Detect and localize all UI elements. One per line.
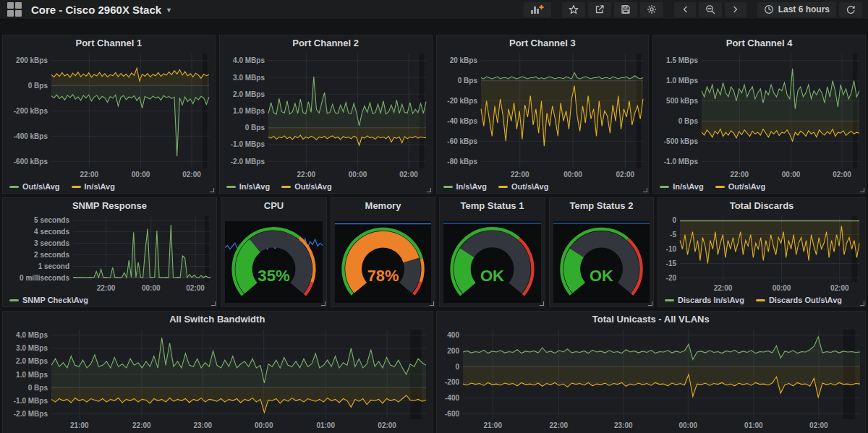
legend: Discards In/s\AvgDiscards Out/s\Avg <box>658 293 865 306</box>
legend-item[interactable]: In/s\Avg <box>660 182 703 191</box>
chart-canvas[interactable]: 22:0000:0002:004.0 MBps3.0 MBps2.0 MBps1… <box>220 51 432 180</box>
time-back-button[interactable] <box>674 2 696 17</box>
svg-text:02:00: 02:00 <box>809 421 828 429</box>
chart-area[interactable]: 22:0000:0002:00200 kBps0 Bps-200 kBps-40… <box>3 51 215 193</box>
legend-item[interactable]: In/s\Avg <box>443 182 487 191</box>
panel-total-unicasts: Total Unicasts - All VLANs 21:0022:0023:… <box>436 311 867 433</box>
svg-text:1 second: 1 second <box>38 262 69 270</box>
svg-text:22:00: 22:00 <box>714 284 733 292</box>
svg-text:22:00: 22:00 <box>97 284 116 292</box>
panel-title[interactable]: SNMP Response <box>3 198 216 214</box>
settings-button[interactable] <box>640 2 663 17</box>
chart-canvas[interactable]: 22:0000:0002:00200 kBps0 Bps-200 kBps-40… <box>3 51 215 180</box>
legend-item[interactable]: Out/s\Avg <box>9 182 60 191</box>
chart-canvas[interactable]: 22:0000:0002:001.5 MBps1.0 MBps500 kBps0… <box>653 51 865 180</box>
svg-text:4.0 MBps: 4.0 MBps <box>233 56 265 64</box>
legend-label: Out/s\Avg <box>511 182 549 191</box>
svg-text:400: 400 <box>447 331 459 339</box>
legend-item[interactable]: In/s\Avg <box>72 182 115 191</box>
resize-handle[interactable] <box>860 188 864 192</box>
panel-title[interactable]: Port Channel 1 <box>3 35 215 51</box>
panel-cpu: CPU 35% <box>221 197 327 307</box>
panel-title[interactable]: Port Channel 3 <box>437 35 649 51</box>
chart-area[interactable]: 21:0022:0023:0000:0001:0002:004002000-20… <box>437 327 866 433</box>
legend-swatch-icon <box>226 186 236 188</box>
legend-item[interactable]: Discards In/s\Avg <box>665 296 744 304</box>
navbar-right: Last 6 hours <box>524 2 868 17</box>
chart-area[interactable]: 22:0000:0002:000-5-10-15-20Discards In/s… <box>658 214 865 306</box>
panel-title[interactable]: Port Channel 4 <box>653 35 865 51</box>
legend-item[interactable]: Out/s\Avg <box>498 182 549 191</box>
dashboard-title-dropdown[interactable]: Core - Cisco 2960X Stack ▾ <box>31 4 171 16</box>
panel-title[interactable]: CPU <box>221 198 326 214</box>
logo-square <box>7 10 14 17</box>
chart-canvas[interactable]: 21:0022:0023:0000:0001:0002:004.0 MBps3.… <box>3 327 432 431</box>
legend-label: Out/s\Avg <box>22 182 60 191</box>
svg-text:2.0 MBps: 2.0 MBps <box>16 357 48 365</box>
legend-item[interactable]: Out/s\Avg <box>715 182 766 191</box>
chart-area[interactable]: 22:0000:0002:005 seconds4 seconds3 secon… <box>3 214 216 306</box>
legend-swatch-icon <box>9 299 19 301</box>
panel-title[interactable]: Total Discards <box>658 198 865 214</box>
logo-square <box>15 2 22 9</box>
legend-swatch-icon <box>281 186 291 188</box>
legend-swatch-icon <box>498 186 508 188</box>
chart-canvas[interactable]: 21:0022:0023:0000:0001:0002:004002000-20… <box>437 327 866 431</box>
resize-handle[interactable] <box>211 301 216 306</box>
resize-handle[interactable] <box>643 188 647 192</box>
panel-temp-status-2: Temp Status 2 OK <box>549 197 654 307</box>
panel-title[interactable]: Total Unicasts - All VLANs <box>437 312 866 327</box>
zoom-out-button[interactable] <box>699 2 722 17</box>
resize-handle[interactable] <box>427 188 431 192</box>
legend-item[interactable]: Discards Out/s\Avg <box>756 296 842 304</box>
save-icon <box>621 4 631 14</box>
chart-area[interactable]: 22:0000:0002:0020 kBps0 Bps-20 kBps-40 k… <box>437 51 649 193</box>
panel-title[interactable]: Temp Status 2 <box>550 198 653 214</box>
svg-text:-600: -600 <box>444 410 459 418</box>
resize-handle[interactable] <box>540 301 544 306</box>
cpu-gauge: 35% <box>225 221 323 303</box>
panel-title[interactable]: Temp Status 1 <box>440 198 545 214</box>
svg-text:5 seconds: 5 seconds <box>34 216 69 224</box>
chart-area[interactable]: 22:0000:0002:001.5 MBps1.0 MBps500 kBps0… <box>653 51 865 193</box>
legend-item[interactable]: Out/s\Avg <box>281 182 332 191</box>
svg-text:-400: -400 <box>444 394 459 402</box>
chevron-right-icon <box>731 4 740 14</box>
svg-text:-40 kBps: -40 kBps <box>447 117 477 125</box>
gauge-canvas: 35% <box>225 221 323 303</box>
svg-text:-600 kBps: -600 kBps <box>14 158 48 166</box>
chart-canvas[interactable]: 22:0000:0002:005 seconds4 seconds3 secon… <box>3 214 216 293</box>
refresh-icon <box>846 4 856 14</box>
svg-text:00:00: 00:00 <box>782 171 801 179</box>
gauge-canvas: OK <box>553 221 650 303</box>
add-panel-button[interactable] <box>524 2 551 17</box>
legend-item[interactable]: In/s\Avg <box>226 182 270 191</box>
svg-text:02:00: 02:00 <box>378 421 396 429</box>
svg-text:02:00: 02:00 <box>830 284 849 292</box>
grafana-menu-icon[interactable] <box>6 1 23 18</box>
refresh-button[interactable] <box>839 2 862 17</box>
chart-canvas[interactable]: 22:0000:0002:0020 kBps0 Bps-20 kBps-40 k… <box>437 51 649 180</box>
panel-title[interactable]: Port Channel 2 <box>220 35 432 51</box>
resize-handle[interactable] <box>430 301 434 306</box>
share-button[interactable] <box>588 2 611 17</box>
resize-handle[interactable] <box>210 188 214 192</box>
legend-item[interactable]: SNMP Check\Avg <box>9 296 88 304</box>
panel-title[interactable]: All Switch Bandwidth <box>3 312 432 327</box>
dashboard-row-1: Port Channel 1 22:0000:0002:00200 kBps0 … <box>2 35 866 194</box>
chart-area[interactable]: 21:0022:0023:0000:0001:0002:004.0 MBps3.… <box>3 327 432 433</box>
star-button[interactable] <box>562 2 585 17</box>
chart-canvas[interactable]: 22:0000:0002:000-5-10-15-20 <box>658 214 865 293</box>
save-button[interactable] <box>614 2 637 17</box>
panel-title[interactable]: Memory <box>331 198 435 214</box>
legend-swatch-icon <box>665 299 674 301</box>
resize-handle[interactable] <box>648 301 652 306</box>
bar-chart-plus-icon <box>530 4 545 14</box>
resize-handle[interactable] <box>860 301 864 306</box>
time-range-picker[interactable]: Last 6 hours <box>757 2 836 17</box>
chart-area[interactable]: 22:0000:0002:004.0 MBps3.0 MBps2.0 MBps1… <box>220 51 432 193</box>
time-forward-button[interactable] <box>725 2 746 17</box>
svg-text:0 Bps: 0 Bps <box>28 82 48 90</box>
svg-text:-20 kBps: -20 kBps <box>447 97 477 105</box>
resize-handle[interactable] <box>321 301 326 306</box>
